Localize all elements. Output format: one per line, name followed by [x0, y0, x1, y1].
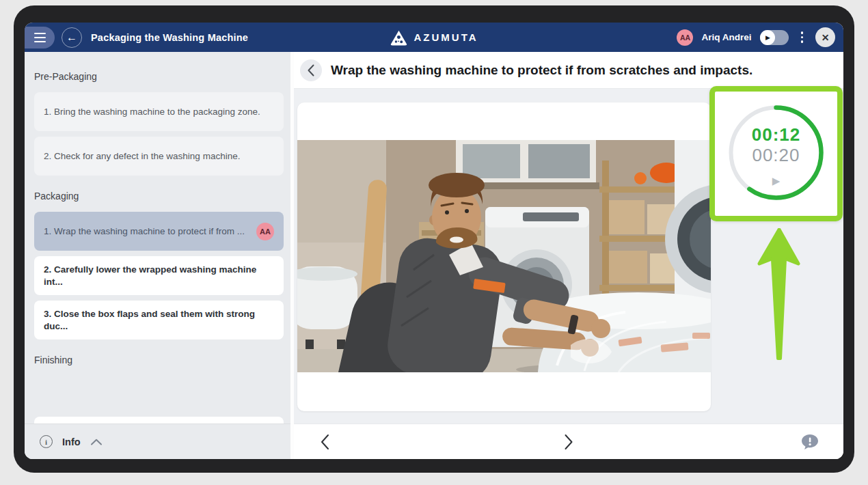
steps-sidebar: Pre-Packaging 1. Bring the washing machi…	[25, 52, 294, 459]
assignee-avatar: AA	[256, 223, 274, 240]
report-issue-button[interactable]	[801, 434, 819, 450]
step-back-button[interactable]	[300, 59, 322, 81]
brand-name: AZUMUTA	[413, 31, 478, 43]
header-back-button[interactable]: ←	[62, 27, 82, 48]
timer-play-icon: ▶	[715, 175, 837, 187]
step-title: Wrap the washing machine to protect if f…	[331, 63, 752, 78]
document-title: Packaging the Washing Machine	[91, 32, 248, 43]
timer-elapsed: 00:12	[715, 124, 837, 146]
section-label-finishing: Finishing	[34, 355, 284, 365]
step-item-active[interactable]: 1. Wrap the washing machine to protect i…	[34, 212, 284, 251]
user-avatar[interactable]: AA	[677, 29, 693, 46]
app-header: ← Packaging the Washing Machine AZUMUTA …	[25, 23, 843, 52]
steps-list[interactable]: Pre-Packaging 1. Bring the washing machi…	[25, 52, 290, 424]
back-arrow-icon: ←	[66, 31, 77, 44]
chevron-right-icon	[564, 434, 574, 450]
step-item[interactable]: 3. Close the box flaps and seal them wit…	[34, 301, 284, 340]
step-title-bar: Wrap the washing machine to protect if f…	[294, 52, 843, 89]
play-mode-toggle[interactable]: ▶	[760, 30, 789, 45]
info-toggle[interactable]: i Info	[25, 424, 290, 459]
exclamation-bubble-icon	[801, 434, 819, 450]
section-label-packaging: Packaging	[34, 191, 284, 202]
timer-total: 00:20	[715, 145, 837, 166]
previous-step-button[interactable]	[320, 434, 330, 450]
hamburger-icon	[34, 33, 46, 34]
user-name: Ariq Andrei	[701, 32, 751, 42]
step-navigation-bar	[294, 424, 843, 459]
menu-button[interactable]	[25, 27, 55, 48]
app-window: ← Packaging the Washing Machine AZUMUTA …	[25, 23, 843, 459]
kebab-icon	[801, 31, 804, 34]
main-panel: Wrap the washing machine to protect if f…	[294, 52, 843, 459]
play-icon: ▶	[760, 30, 775, 45]
instruction-photo	[297, 140, 711, 372]
step-item[interactable]: 2. Check for any defect in the washing m…	[34, 137, 284, 176]
close-button[interactable]: ✕	[815, 27, 835, 47]
next-step-button[interactable]	[564, 434, 574, 450]
azumuta-logo-icon	[390, 29, 407, 46]
more-options-button[interactable]	[797, 29, 808, 46]
instruction-image-card	[297, 102, 711, 411]
header-right-cluster: AA Ariq Andrei ▶ ✕	[677, 23, 835, 52]
step-content-area: 00:12 00:20 ▶	[294, 89, 843, 424]
chevron-up-icon	[90, 439, 103, 445]
info-icon: i	[40, 435, 53, 448]
chevron-left-icon	[320, 434, 330, 450]
step-item[interactable]: 2. Carefully lower the wrapped washing m…	[34, 256, 284, 295]
step-item[interactable]: 1. Bring the washing machine to the pack…	[34, 92, 284, 131]
device-frame: ← Packaging the Washing Machine AZUMUTA …	[14, 5, 854, 473]
brand-logo: AZUMUTA	[390, 29, 478, 46]
partially-visible-step-card[interactable]	[34, 417, 284, 424]
step-timer-widget[interactable]: 00:12 00:20 ▶	[715, 92, 837, 216]
timer-highlight-annotation: 00:12 00:20 ▶	[709, 86, 843, 221]
annotation-arrow-up-icon	[753, 228, 805, 362]
section-label-pre-packaging: Pre-Packaging	[34, 71, 284, 82]
close-icon: ✕	[822, 32, 830, 43]
chevron-left-icon	[307, 64, 315, 77]
